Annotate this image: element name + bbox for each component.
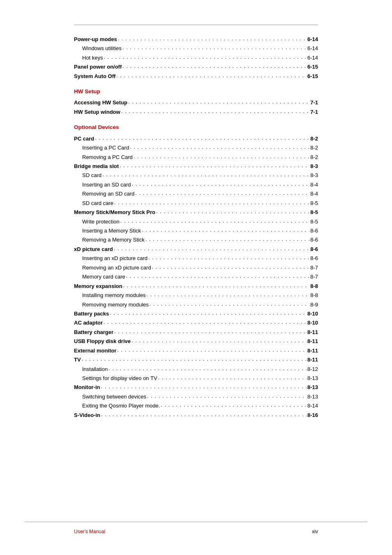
entry-text: Panel power on/off — [74, 62, 122, 71]
entry-dots — [95, 134, 309, 143]
entry-dots — [145, 235, 309, 244]
entry-text: Battery charger — [74, 328, 113, 336]
entry-page: 8-9 — [310, 300, 318, 309]
entry-page: 8-3 — [310, 171, 318, 180]
toc-entry: xD picture card8-6 — [74, 245, 318, 254]
entry-text: Inserting a Memory Stick — [74, 226, 141, 235]
entry-page: 7-1 — [310, 108, 318, 116]
toc-entry: SD card8-3 — [74, 171, 318, 180]
entry-page: 8-11 — [307, 337, 318, 345]
entry-page: 8-6 — [310, 226, 318, 235]
entry-text: SD card care — [74, 199, 113, 207]
entry-text: HW Setup window — [74, 108, 120, 116]
entry-text: Inserting an SD card — [74, 180, 131, 189]
bottom-rule — [25, 522, 367, 522]
entry-page: 8-11 — [307, 328, 318, 336]
toc-entry: Memory card care8-7 — [74, 272, 318, 281]
entry-dots — [114, 198, 309, 207]
toc-entry: USB Floppy disk drive8-11 — [74, 337, 318, 346]
entry-dots — [150, 299, 309, 309]
entry-text: Removing a Memory Stick — [74, 235, 145, 244]
entry-text: PC card — [74, 134, 94, 143]
entry-text: Installing memory modules — [74, 291, 146, 299]
entry-text: Removing an SD card — [74, 189, 134, 198]
toc-entry: Memory Stick/Memory Stick Pro8-5 — [74, 208, 318, 217]
entry-dots — [101, 382, 307, 391]
entry-dots — [132, 180, 310, 189]
entry-dots — [104, 53, 307, 62]
entry-dots — [120, 216, 309, 226]
entry-text: Installation — [74, 365, 108, 373]
entry-text: Exiting the Qosmio Player mode. — [74, 401, 160, 410]
toc-entry: TV8-11 — [74, 355, 318, 364]
entry-dots — [152, 263, 310, 272]
entry-text: Bridge media slot — [74, 162, 119, 170]
entry-text: Accessing HW Setup — [74, 98, 127, 107]
toc-entry: System Auto Off6-15 — [74, 72, 318, 81]
toc-entry: Removing memory modules8-9 — [74, 300, 318, 309]
entry-text: Windows utilities — [74, 44, 122, 53]
toc-entry: Switching between devices8-13 — [74, 392, 318, 401]
entry-dots — [118, 34, 307, 43]
toc-entry: Inserting a Memory Stick8-6 — [74, 226, 318, 235]
toc-entry: Inserting an SD card8-4 — [74, 180, 318, 189]
section-heading: HW Setup — [74, 87, 318, 97]
entry-dots — [104, 318, 307, 327]
entry-dots — [147, 290, 310, 299]
entry-page: 8-10 — [307, 318, 318, 327]
section-heading: Optional Devices — [74, 122, 318, 132]
toc-entry: Battery charger8-11 — [74, 328, 318, 337]
entry-dots — [117, 345, 307, 355]
entry-page: 6-14 — [307, 53, 318, 62]
entry-dots — [102, 170, 309, 179]
entry-dots — [156, 207, 309, 216]
toc-entry: Write protection8-5 — [74, 217, 318, 226]
toc-entry: Inserting an xD picture card8-6 — [74, 254, 318, 263]
footer-left: User's Manual — [74, 529, 105, 534]
toc-entry: S-Video-in8-16 — [74, 411, 318, 420]
entry-page: 7-1 — [310, 98, 318, 107]
entry-page: 8-10 — [307, 309, 318, 318]
toc-entry: HW Setup window7-1 — [74, 108, 318, 117]
entry-page: 8-6 — [310, 254, 318, 263]
entry-text: Write protection — [74, 217, 120, 226]
entry-page: 8-2 — [310, 134, 318, 143]
entry-dots — [134, 152, 309, 161]
toc-entry: Memory expansion8-8 — [74, 282, 318, 291]
toc-entry: Panel power on/off6-15 — [74, 62, 318, 71]
toc-entry: SD card care8-5 — [74, 199, 318, 208]
entry-page: 6-14 — [307, 35, 318, 44]
entry-dots — [161, 401, 307, 410]
entry-page: 8-13 — [307, 383, 318, 391]
toc-entry: Bridge media slot8-3 — [74, 162, 318, 171]
entry-page: 8-5 — [310, 217, 318, 226]
toc-entry: PC card8-2 — [74, 134, 318, 143]
entry-dots — [123, 281, 309, 290]
toc-entry: Monitor-in8-13 — [74, 383, 318, 392]
entry-dots — [135, 189, 309, 198]
entry-dots — [148, 253, 309, 262]
toc-entry: External monitor8-11 — [74, 346, 318, 355]
entry-text: System Auto Off — [74, 72, 115, 81]
entry-dots — [122, 62, 307, 71]
entry-text: Inserting a PC Card — [74, 143, 129, 152]
toc-entry: AC adaptor8-10 — [74, 318, 318, 327]
entry-page: 8-13 — [307, 392, 318, 401]
entry-dots — [114, 327, 307, 336]
entry-page: 8-2 — [310, 153, 318, 161]
page-container: Power-up modes6-14Windows utilities6-14H… — [0, 0, 392, 555]
toc-section: Power-up modes6-14Windows utilities6-14H… — [74, 35, 318, 420]
top-rule — [74, 25, 318, 25]
entry-page: 8-2 — [310, 143, 318, 152]
entry-text: Monitor-in — [74, 383, 100, 391]
entry-dots — [126, 272, 309, 281]
entry-page: 8-8 — [310, 282, 318, 290]
toc-entry: Settings for display video on TV8-13 — [74, 374, 318, 383]
toc-entry: Removing a PC Card8-2 — [74, 153, 318, 162]
toc-entry: Removing a Memory Stick8-6 — [74, 235, 318, 244]
entry-text: USB Floppy disk drive — [74, 337, 131, 345]
entry-dots — [131, 336, 307, 345]
entry-page: 8-7 — [310, 263, 318, 272]
toc-entry: Battery packs8-10 — [74, 309, 318, 318]
entry-page: 8-3 — [310, 162, 318, 170]
